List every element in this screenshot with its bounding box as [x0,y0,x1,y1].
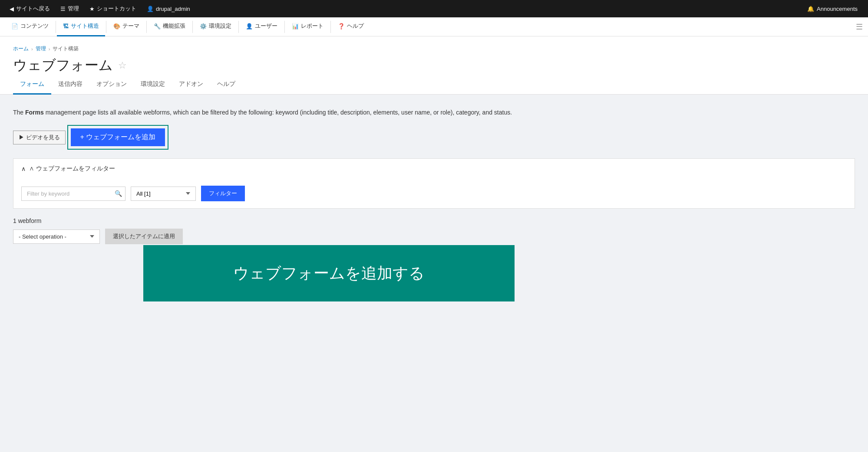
nav-right-toggle[interactable]: ☰ [856,22,863,32]
tooltip-banner-text: ウェブフォームを追加する [233,263,425,284]
keyword-input-wrapper: 🔍 [21,187,125,201]
user-icon: 👤 [147,6,154,12]
filter-body: 🔍 All [1] フィルター [13,179,855,208]
secondary-nav: 📄 コンテンツ 🏗 サイト構造 🎨 テーマ 🔧 機能拡張 ⚙️ 環境設定 👤 ユ… [0,17,868,36]
nav-content[interactable]: 📄 コンテンツ [5,17,55,36]
admin-bar: ◀ サイトへ戻る ☰ 管理 ★ ショートカット 👤 drupal_admin 🔔… [0,0,868,17]
tab-forms[interactable]: フォーム [13,75,51,95]
nav-site-structure[interactable]: 🏗 サイト構造 [57,17,105,36]
breadcrumb-sep-1: › [31,46,33,52]
star-icon: ★ [89,6,95,12]
breadcrumb-area: ホーム › 管理 › サイト構築 ウェブフォーム ☆ [0,36,868,75]
tab-settings[interactable]: 環境設定 [134,75,172,95]
nav-appearance[interactable]: 🎨 テーマ [107,17,145,36]
description-text: The Forms management page lists all avai… [13,108,855,117]
video-button[interactable]: ▶ ビデオを見る [13,131,66,144]
bell-icon: 🔔 [807,6,814,12]
tabs-bar: フォーム 送信内容 オプション 環境設定 アドオン ヘルプ [0,75,868,95]
user-menu[interactable]: 👤 drupal_admin [142,0,195,17]
filter-section: ∧ ∧ ウェブフォームをフィルター 🔍 All [1] フィルター [13,158,855,209]
select-op-wrapper: - Select operation - [13,229,100,244]
nav-people[interactable]: 👤 ユーザー [240,17,284,36]
nav-help[interactable]: ❓ ヘルプ [332,17,370,36]
filter-title: ∧ ウェブフォームをフィルター [29,165,115,173]
page-title: ウェブフォーム [13,56,113,75]
search-icon-button[interactable]: 🔍 [115,190,122,197]
nav-divider-1 [56,21,56,33]
site-structure-icon: 🏗 [63,23,69,29]
nav-divider-6 [284,21,285,33]
nav-divider-3 [146,21,147,33]
tooltip-banner: ウェブフォームを追加する [143,245,515,301]
nav-divider-7 [330,21,331,33]
nav-divider-2 [106,21,106,33]
add-btn-wrapper: + ウェブフォームを追加 [67,125,169,150]
config-icon: ⚙️ [200,23,207,29]
page-content: ホーム › 管理 › サイト構築 ウェブフォーム ☆ フォーム 送信内容 オプシ… [0,36,868,452]
hamburger-icon: ☰ [60,6,66,12]
filter-toggle-icon: ∧ [21,165,26,172]
help-icon: ❓ [338,23,345,29]
select-operation[interactable]: - Select operation - [13,229,100,244]
bulk-ops: - Select operation - 選択したアイテムに適用 [13,229,855,244]
breadcrumb: ホーム › 管理 › サイト構築 [13,45,855,52]
breadcrumb-home[interactable]: ホーム [13,45,29,52]
nav-divider-4 [192,21,193,33]
breadcrumb-manage[interactable]: 管理 [36,45,46,52]
reports-icon: 📊 [292,23,299,29]
nav-configuration[interactable]: ⚙️ 環境設定 [194,17,238,36]
filter-button[interactable]: フィルター [201,186,245,201]
back-to-site[interactable]: ◀ サイトへ戻る [5,0,54,17]
extend-icon: 🔧 [154,23,161,29]
category-select[interactable]: All [1] [131,187,196,201]
apply-to-selected-button[interactable]: 選択したアイテムに適用 [105,229,183,244]
theme-icon: 🎨 [113,23,120,29]
manage-menu[interactable]: ☰ 管理 [56,0,83,17]
keyword-input[interactable] [21,187,125,201]
page-title-row: ウェブフォーム ☆ [13,56,855,75]
announcements[interactable]: 🔔 Announcements [802,6,863,12]
people-icon: 👤 [246,23,253,29]
favorite-star-icon[interactable]: ☆ [118,60,127,71]
breadcrumb-sep-2: › [49,46,50,52]
nav-divider-5 [238,21,239,33]
breadcrumb-current: サイト構築 [53,45,79,52]
tab-submissions[interactable]: 送信内容 [51,75,89,95]
add-webform-button[interactable]: + ウェブフォームを追加 [71,128,165,146]
back-arrow-icon: ◀ [10,6,14,12]
content-icon: 📄 [11,23,18,29]
filter-header[interactable]: ∧ ∧ ウェブフォームをフィルター [13,159,855,179]
webform-count: 1 webform [13,217,855,224]
main-body: The Forms management page lists all avai… [0,95,868,264]
tab-addons[interactable]: アドオン [172,75,210,95]
nav-reports[interactable]: 📊 レポート [286,17,330,36]
nav-extend[interactable]: 🔧 機能拡張 [148,17,191,36]
shortcuts-menu[interactable]: ★ ショートカット [85,0,141,17]
tab-options[interactable]: オプション [89,75,134,95]
tab-help[interactable]: ヘルプ [210,75,242,95]
